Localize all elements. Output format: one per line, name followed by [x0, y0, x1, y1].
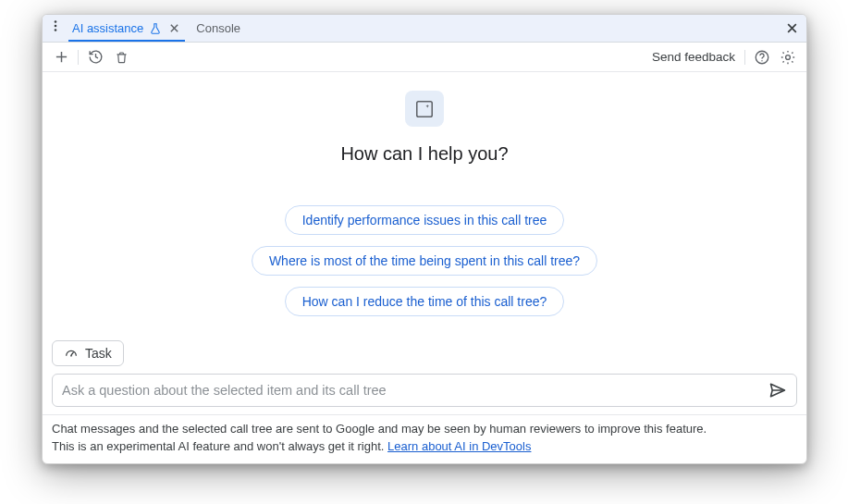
disclaimer-footer: Chat messages and the selected call tree…: [43, 414, 806, 463]
experiment-icon: [149, 22, 162, 35]
help-icon: [754, 49, 770, 66]
tab-label: Console: [196, 21, 240, 35]
send-feedback-link[interactable]: Send feedback: [648, 50, 739, 64]
send-icon: [768, 381, 787, 400]
trash-icon: [115, 50, 129, 65]
svg-point-1: [55, 25, 57, 28]
send-button[interactable]: [765, 377, 791, 403]
context-chip-task[interactable]: Task: [52, 340, 124, 366]
svg-point-4: [761, 60, 762, 61]
context-row: Task: [52, 340, 124, 366]
tabbar: AI assistance Console: [43, 15, 806, 43]
close-icon: [786, 22, 798, 34]
settings-button[interactable]: [777, 46, 799, 68]
history-button[interactable]: [84, 46, 106, 68]
tab-label: AI assistance: [72, 21, 143, 35]
tab-close-button[interactable]: [167, 23, 181, 33]
close-icon: [169, 23, 179, 33]
performance-icon: [64, 346, 79, 361]
devtools-window: AI assistance Console Send feedback: [42, 14, 807, 464]
plus-icon: [55, 50, 68, 64]
delete-button[interactable]: [110, 46, 132, 68]
suggestion-chip[interactable]: Where is most of the time being spent in…: [252, 246, 597, 276]
svg-rect-6: [417, 101, 433, 117]
svg-point-5: [786, 55, 791, 59]
svg-point-0: [55, 20, 57, 23]
hero-title: How can I help you?: [340, 143, 508, 165]
panel-close-button[interactable]: [777, 15, 806, 42]
more-menu-button[interactable]: [46, 15, 65, 37]
main-content: How can I help you? Identify performance…: [43, 72, 806, 374]
learn-more-link[interactable]: Learn about AI in DevTools: [387, 439, 531, 453]
new-chat-button[interactable]: [50, 46, 72, 68]
input-row: [43, 374, 806, 414]
help-button[interactable]: [751, 46, 773, 68]
suggestion-list: Identify performance issues in this call…: [252, 205, 597, 316]
chat-input[interactable]: [62, 383, 765, 398]
toolbar: Send feedback: [43, 43, 806, 72]
chat-input-box: [52, 374, 797, 407]
disclaimer-line2: This is an experimental AI feature and w…: [52, 439, 387, 453]
disclaimer-line1: Chat messages and the selected call tree…: [52, 422, 707, 436]
tab-console[interactable]: Console: [189, 15, 248, 42]
suggestion-chip[interactable]: Identify performance issues in this call…: [285, 205, 565, 235]
history-icon: [88, 49, 104, 65]
hero-icon: [405, 91, 444, 127]
kebab-icon: [49, 19, 62, 32]
context-chip-label: Task: [85, 346, 112, 361]
suggestion-chip[interactable]: How can I reduce the time of this call t…: [285, 287, 565, 316]
ai-sparkle-icon: [414, 99, 435, 119]
svg-point-2: [55, 29, 57, 31]
svg-point-7: [70, 355, 72, 357]
tab-ai-assistance[interactable]: AI assistance: [65, 15, 189, 42]
gear-icon: [780, 49, 796, 66]
